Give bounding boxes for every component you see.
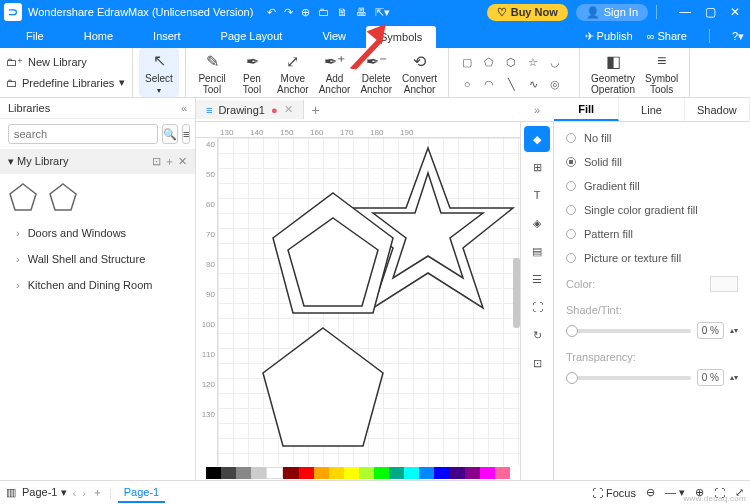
redo-icon[interactable]: ↷ [284,6,293,19]
square-icon[interactable]: ▢ [459,54,475,70]
minimize-icon[interactable]: — [679,5,691,19]
geometry-operation-button[interactable]: ◧Geometry Operation [586,48,640,97]
search-options-button[interactable]: ≡ [182,124,190,144]
collapse-right-icon[interactable]: » [520,98,554,122]
text-tool-icon[interactable]: T [524,182,550,208]
select-label: Select [145,74,173,85]
menu-home[interactable]: Home [64,26,133,46]
symbol-tools-button[interactable]: ≡Symbol Tools [640,48,683,97]
publish-label: Publish [597,30,633,42]
publish-button[interactable]: ✈ Publish [585,30,633,43]
share-label: Share [658,30,687,42]
radio-solid-fill[interactable]: Solid fill [566,156,738,168]
r: 130 [196,410,217,440]
outline-icon[interactable]: ▥ [6,486,16,499]
focus-button[interactable]: ⛶ Focus [592,487,636,499]
share-button[interactable]: ∞ Share [647,30,687,42]
svg-marker-0 [10,184,36,210]
undo-icon[interactable]: ↶ [267,6,276,19]
symbol-tools-label: Symbol Tools [645,74,678,95]
libraries-title: Libraries [8,102,50,114]
collapse-left-icon[interactable]: « [181,102,187,114]
sign-in-button[interactable]: 👤 Sign In [576,4,648,21]
pentagon-preview-2[interactable] [48,182,78,212]
radio-no-fill[interactable]: No fill [566,132,738,144]
doc-icon: ≡ [206,104,212,116]
shade-label: Shade/Tint: [566,304,738,316]
circle-icon[interactable]: ○ [459,76,475,92]
ring-icon[interactable]: ◎ [547,76,563,92]
pen-tool[interactable]: ✒Pen Tool [232,48,272,97]
color-strip[interactable] [196,466,520,480]
page-tool-icon[interactable]: ▤ [524,238,550,264]
add-page-icon[interactable]: ＋ [92,485,103,500]
category-doors[interactable]: Doors and Windows [0,220,195,246]
transparency-slider[interactable] [566,376,691,380]
print-icon[interactable]: 🖶 [356,6,367,18]
buy-now-button[interactable]: ♡ Buy Now [487,4,568,21]
transparency-value[interactable]: 0 % [697,369,724,386]
close-icon[interactable]: ✕ [730,5,740,19]
line-icon[interactable]: ╲ [503,76,519,92]
new-library-button[interactable]: 🗀⁺ New Library [6,56,126,69]
radio-gradient-fill[interactable]: Gradient fill [566,180,738,192]
move-anchor-tool[interactable]: ⤢Move Anchor [272,48,314,97]
menu-insert[interactable]: Insert [133,26,201,46]
search-input[interactable] [8,124,158,144]
hexagon-icon[interactable]: ⬡ [503,54,519,70]
help-icon[interactable]: ?▾ [732,30,744,43]
curve-icon[interactable]: ∿ [525,76,541,92]
history-tool-icon[interactable]: ↻ [524,322,550,348]
radio-texture-fill[interactable]: Picture or texture fill [566,252,738,264]
save-icon[interactable]: 🗎 [337,6,348,18]
radio-pattern-fill[interactable]: Pattern fill [566,228,738,240]
menu-file[interactable]: File [6,26,64,46]
delete-anchor-tool[interactable]: ✒⁻Delete Anchor [355,48,397,97]
layers-tool-icon[interactable]: ◈ [524,210,550,236]
category-wall[interactable]: Wall Shell and Structure [0,246,195,272]
prev-page-icon[interactable]: ‹ [73,487,77,499]
page-select[interactable]: Page-1 ▾ [22,486,67,499]
predefine-libraries-button[interactable]: 🗀 Predefine Libraries▾ [6,76,126,89]
close-tab-icon[interactable]: ✕ [284,103,293,116]
my-library-section[interactable]: ▾ My Library ⊡ ＋ ✕ [0,149,195,174]
add-anchor-tool[interactable]: ✒⁺Add Anchor [314,48,356,97]
arc-icon[interactable]: ◠ [481,76,497,92]
divider [709,29,710,43]
menu-page-layout[interactable]: Page Layout [201,26,303,46]
fill-tool-icon[interactable]: ◆ [524,126,550,152]
pentagon-preview[interactable] [8,182,38,212]
page-tab[interactable]: Page-1 [118,483,165,503]
zoom-dropdown[interactable]: — ▾ [665,486,685,499]
shade-value[interactable]: 0 % [697,322,724,339]
tab-fill[interactable]: Fill [554,98,619,121]
select-tool[interactable]: ↖Select▾ [139,48,179,98]
shade-slider[interactable] [566,329,691,333]
star-icon[interactable]: ☆ [525,54,541,70]
new-icon[interactable]: ⊕ [301,6,310,19]
tab-shadow[interactable]: Shadow [685,98,750,121]
category-kitchen[interactable]: Kitchen and Dining Room [0,272,195,298]
tab-line[interactable]: Line [619,98,684,121]
semicircle-icon[interactable]: ◡ [547,54,563,70]
move-label: Move Anchor [277,74,309,95]
search-button[interactable]: 🔍 [162,124,178,144]
pencil-tool[interactable]: ✎Pencil Tool [192,48,232,97]
color-swatch[interactable] [710,276,738,292]
crop-tool-icon[interactable]: ⛶ [524,294,550,320]
maximize-icon[interactable]: ▢ [705,5,716,19]
convert-anchor-tool[interactable]: ⟲Convert Anchor [397,48,442,97]
grid-tool-icon[interactable]: ⊞ [524,154,550,180]
pentagon-icon[interactable]: ⬠ [481,54,497,70]
document-tab[interactable]: ≡ Drawing1 ● ✕ [196,100,304,119]
drawing-canvas[interactable] [218,138,520,466]
open-icon[interactable]: 🗀 [318,6,329,18]
radio-single-gradient[interactable]: Single color gradient fill [566,204,738,216]
lock-tool-icon[interactable]: ⊡ [524,350,550,376]
scroll-handle[interactable] [513,258,520,328]
next-page-icon[interactable]: › [82,487,86,499]
menu-view[interactable]: View [302,26,366,46]
zoom-out-icon[interactable]: ⊖ [646,486,655,499]
properties-tool-icon[interactable]: ☰ [524,266,550,292]
add-tab-button[interactable]: + [304,102,328,118]
